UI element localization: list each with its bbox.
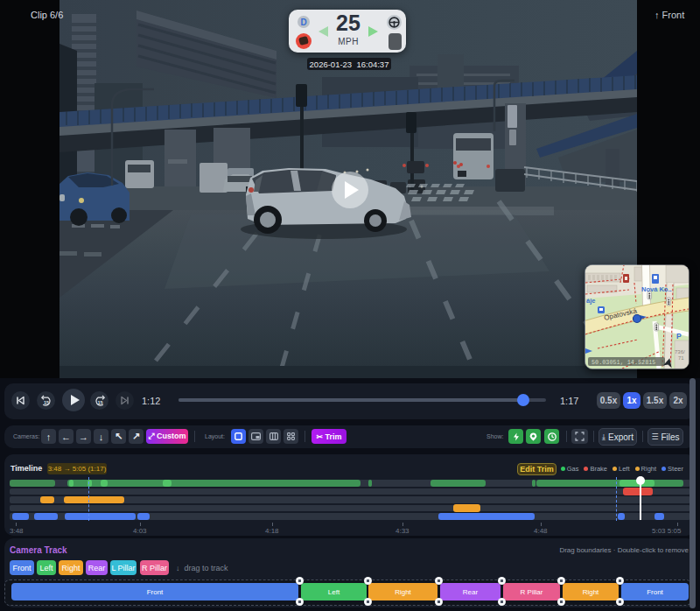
svg-text:15: 15 xyxy=(97,399,102,404)
svg-text:71: 71 xyxy=(678,355,684,361)
svg-text:50.03051, 14.52815: 50.03051, 14.52815 xyxy=(592,359,655,366)
svg-text:15: 15 xyxy=(44,399,49,404)
svg-text:736/: 736/ xyxy=(675,349,685,355)
svg-text:Nová Ko..: Nová Ko.. xyxy=(641,285,672,293)
svg-text:P: P xyxy=(676,332,682,341)
svg-text:áje: áje xyxy=(586,297,595,305)
